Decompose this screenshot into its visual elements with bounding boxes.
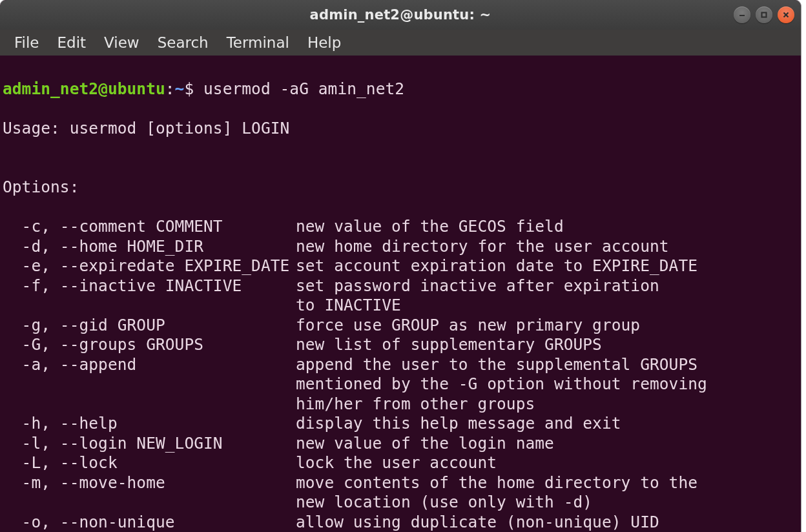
option-line: -L, --locklock the user account xyxy=(3,453,798,473)
option-desc: new home directory for the user account xyxy=(296,237,669,256)
option-desc: move contents of the home directory to t… xyxy=(296,473,698,492)
option-line: -m, --move-homemove contents of the home… xyxy=(3,473,798,493)
option-flag: -f, --inactive INACTIVE xyxy=(3,276,296,296)
option-line: -g, --gid GROUPforce use GROUP as new pr… xyxy=(3,316,798,336)
prompt-at: @ xyxy=(98,79,108,98)
svg-rect-1 xyxy=(762,13,767,17)
menu-terminal[interactable]: Terminal xyxy=(218,32,298,54)
usage-line: Usage: usermod [options] LOGIN xyxy=(3,119,798,139)
option-desc: new location (use only with -d) xyxy=(296,493,592,511)
prompt-symbol: $ xyxy=(184,79,203,98)
option-flag: -d, --home HOME_DIR xyxy=(3,237,296,257)
close-icon[interactable] xyxy=(778,6,794,23)
option-line: to INACTIVE xyxy=(3,296,798,316)
options-header: Options: xyxy=(3,178,798,198)
terminal-window: admin_net2@ubuntu: ~ File Edit View Sear… xyxy=(0,0,801,532)
option-flag: -a, --append xyxy=(3,355,296,375)
option-desc: allow using duplicate (non-unique) UID xyxy=(296,513,659,531)
terminal-output[interactable]: admin_net2@ubuntu:~$ usermod -aG amin_ne… xyxy=(0,56,801,532)
prompt-host: ubuntu xyxy=(108,79,165,98)
option-flag: -G, --groups GROUPS xyxy=(3,335,296,355)
option-desc: new value of the login name xyxy=(296,434,554,453)
option-line: -e, --expiredate EXPIRE_DATEset account … xyxy=(3,256,798,276)
menubar: File Edit View Search Terminal Help xyxy=(0,30,801,56)
menu-file[interactable]: File xyxy=(5,32,48,54)
option-line: -a, --appendappend the user to the suppl… xyxy=(3,355,798,375)
option-line: new location (use only with -d) xyxy=(3,493,798,513)
minimize-icon[interactable] xyxy=(734,6,750,23)
menu-edit[interactable]: Edit xyxy=(48,32,96,54)
option-flag: -g, --gid GROUP xyxy=(3,316,296,336)
option-line: -f, --inactive INACTIVEset password inac… xyxy=(3,276,798,296)
prompt-path: ~ xyxy=(175,79,185,98)
menu-help[interactable]: Help xyxy=(298,32,350,54)
option-desc: new list of supplementary GROUPS xyxy=(296,335,602,354)
menu-view[interactable]: View xyxy=(95,32,149,54)
prompt-line: admin_net2@ubuntu:~$ usermod -aG amin_ne… xyxy=(3,79,798,99)
window-title: admin_net2@ubuntu: ~ xyxy=(310,7,491,23)
option-desc: him/her from other groups xyxy=(296,394,535,413)
option-flag: -e, --expiredate EXPIRE_DATE xyxy=(3,256,296,276)
option-flag: -h, --help xyxy=(3,414,296,434)
option-flag: -o, --non-unique xyxy=(3,513,296,533)
option-desc: set account expiration date to EXPIRE_DA… xyxy=(296,256,698,275)
option-flag: -L, --lock xyxy=(3,453,296,473)
option-desc: to INACTIVE xyxy=(296,296,401,314)
option-line: -l, --login NEW_LOGINnew value of the lo… xyxy=(3,434,798,454)
option-line: him/her from other groups xyxy=(3,394,798,414)
option-flag: -l, --login NEW_LOGIN xyxy=(3,434,296,454)
option-desc: new value of the GECOS field xyxy=(296,217,564,236)
titlebar: admin_net2@ubuntu: ~ xyxy=(0,0,801,30)
option-desc: force use GROUP as new primary group xyxy=(296,316,640,334)
option-desc: mentioned by the -G option without remov… xyxy=(296,374,707,393)
prompt-user: admin_net2 xyxy=(3,79,98,98)
option-line: -h, --helpdisplay this help message and … xyxy=(3,414,798,434)
option-desc: display this help message and exit xyxy=(296,414,621,433)
options-list: -c, --comment COMMENTnew value of the GE… xyxy=(3,217,798,532)
option-flag: -c, --comment COMMENT xyxy=(3,217,296,237)
option-desc: append the user to the supplemental GROU… xyxy=(296,355,698,374)
option-flag: -m, --move-home xyxy=(3,473,296,493)
prompt-colon: : xyxy=(165,79,175,98)
option-desc: lock the user account xyxy=(296,453,497,472)
command-text: usermod -aG amin_net2 xyxy=(203,79,404,98)
option-line: -G, --groups GROUPSnew list of supplemen… xyxy=(3,335,798,355)
option-line: mentioned by the -G option without remov… xyxy=(3,374,798,394)
option-desc: set password inactive after expiration xyxy=(296,276,659,295)
option-line: -c, --comment COMMENTnew value of the GE… xyxy=(3,217,798,237)
window-controls xyxy=(734,6,794,23)
menu-search[interactable]: Search xyxy=(149,32,218,54)
maximize-icon[interactable] xyxy=(756,6,772,23)
option-line: -o, --non-uniqueallow using duplicate (n… xyxy=(3,513,798,533)
option-line: -d, --home HOME_DIRnew home directory fo… xyxy=(3,237,798,257)
